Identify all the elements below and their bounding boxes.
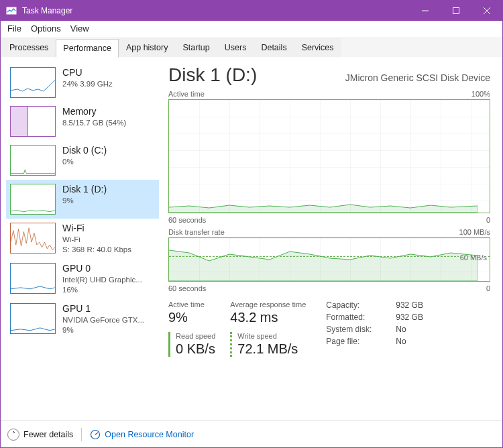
chart1-label-left: Active time xyxy=(168,90,205,98)
svg-line-6 xyxy=(95,433,98,435)
page-subtitle: JMicron Generic SCSI Disk Device xyxy=(345,72,490,83)
disk-thumb-icon xyxy=(10,184,56,215)
fewer-details-button[interactable]: ˄ Fewer details xyxy=(7,429,73,441)
memory-thumb-icon xyxy=(10,106,56,137)
page-title: Disk 1 (D:) xyxy=(168,64,257,86)
sidebar-item-label: Memory xyxy=(62,106,126,117)
stat-read-speed: Read speed 0 KB/s xyxy=(168,332,215,357)
sidebar-item-label: GPU 1 xyxy=(62,303,144,314)
sidebar-item-sub: 24% 3.99 GHz xyxy=(62,79,113,89)
sidebar-item-sub2: S: 368 R: 40.0 Kbps xyxy=(62,245,131,255)
menu-options[interactable]: Options xyxy=(31,23,61,34)
chart2-label-right: 100 MB/s xyxy=(459,228,490,236)
disk-properties: Capacity:932 GB Formatted:932 GB System … xyxy=(326,300,423,357)
tab-app-history[interactable]: App history xyxy=(119,38,176,57)
menu-view[interactable]: View xyxy=(70,23,89,34)
tab-users[interactable]: Users xyxy=(217,38,254,57)
tabs: Processes Performance App history Startu… xyxy=(1,37,502,58)
chart1-xaxis-right: 0 xyxy=(486,216,490,224)
content: CPU 24% 3.99 GHz Memory 8.5/15.7 GB (54%… xyxy=(1,58,502,421)
tab-services[interactable]: Services xyxy=(294,38,341,57)
sidebar-item-sub2: 9% xyxy=(62,325,144,335)
transfer-rate-chart: 60 MB/s xyxy=(168,237,490,282)
chevron-up-icon: ˄ xyxy=(7,429,19,441)
menubar: File Options View xyxy=(1,21,502,37)
sidebar-item-gpu1[interactable]: GPU 1 NVIDIA GeForce GTX... 9% xyxy=(6,299,159,339)
sidebar-item-sub: 0% xyxy=(62,157,107,167)
disk-thumb-icon xyxy=(10,145,56,176)
window-title: Task Manager xyxy=(22,6,410,15)
sidebar-item-sub: Wi-Fi xyxy=(62,235,131,245)
titlebar: Task Manager xyxy=(1,1,502,21)
footer: ˄ Fewer details Open Resource Monitor xyxy=(1,421,502,447)
sidebar-item-label: CPU xyxy=(62,67,113,78)
sidebar-item-sub2: 16% xyxy=(62,285,142,295)
chart1-label-right: 100% xyxy=(471,90,490,98)
resource-monitor-icon xyxy=(90,429,101,440)
open-resource-monitor-link[interactable]: Open Resource Monitor xyxy=(90,429,194,440)
close-button[interactable] xyxy=(471,1,502,21)
sidebar-item-cpu[interactable]: CPU 24% 3.99 GHz xyxy=(6,63,159,102)
sidebar-item-gpu0[interactable]: GPU 0 Intel(R) UHD Graphic... 16% xyxy=(6,259,159,299)
sidebar-item-label: Disk 1 (D:) xyxy=(62,184,107,194)
maximize-button[interactable] xyxy=(441,1,471,21)
sidebar-item-label: Disk 0 (C:) xyxy=(62,145,107,156)
sidebar-item-label: GPU 0 xyxy=(62,263,142,274)
sidebar-item-sub: Intel(R) UHD Graphic... xyxy=(62,275,142,285)
stat-active-time: Active time 9% xyxy=(168,300,215,325)
tab-performance[interactable]: Performance xyxy=(56,39,119,58)
menu-file[interactable]: File xyxy=(7,23,21,34)
chart2-label-left: Disk transfer rate xyxy=(168,228,225,236)
footer-divider xyxy=(81,428,82,441)
sidebar-item-label: Wi-Fi xyxy=(62,223,131,233)
sidebar-item-sub: NVIDIA GeForce GTX... xyxy=(62,315,144,325)
sidebar-item-memory[interactable]: Memory 8.5/15.7 GB (54%) xyxy=(6,102,159,141)
stat-avg-response: Average response time 43.2 ms xyxy=(230,300,306,325)
tab-startup[interactable]: Startup xyxy=(175,38,217,57)
gpu-thumb-icon xyxy=(10,263,56,294)
tab-processes[interactable]: Processes xyxy=(2,38,56,57)
chart2-xaxis-right: 0 xyxy=(486,284,490,292)
sidebar-item-sub: 9% xyxy=(62,196,107,206)
app-icon xyxy=(6,5,17,16)
sidebar-item-wifi[interactable]: Wi-Fi Wi-Fi S: 368 R: 40.0 Kbps xyxy=(6,219,159,259)
gpu-thumb-icon xyxy=(10,303,56,334)
sidebar-item-sub: 8.5/15.7 GB (54%) xyxy=(62,118,126,128)
sidebar: CPU 24% 3.99 GHz Memory 8.5/15.7 GB (54%… xyxy=(1,58,162,421)
cpu-thumb-icon xyxy=(10,67,56,98)
stat-write-speed: Write speed 72.1 MB/s xyxy=(230,332,306,357)
chart2-xaxis-left: 60 seconds xyxy=(168,284,206,292)
chart1-xaxis-left: 60 seconds xyxy=(168,216,206,224)
tab-details[interactable]: Details xyxy=(254,38,294,57)
sidebar-item-disk1[interactable]: Disk 1 (D:) 9% xyxy=(6,180,159,219)
svg-rect-2 xyxy=(453,8,459,14)
main-panel: Disk 1 (D:) JMicron Generic SCSI Disk De… xyxy=(162,58,502,421)
sidebar-item-disk0[interactable]: Disk 0 (C:) 0% xyxy=(6,141,159,180)
active-time-chart xyxy=(168,99,490,213)
wifi-thumb-icon xyxy=(10,223,56,254)
svg-rect-0 xyxy=(7,7,16,14)
minimize-button[interactable] xyxy=(410,1,441,21)
